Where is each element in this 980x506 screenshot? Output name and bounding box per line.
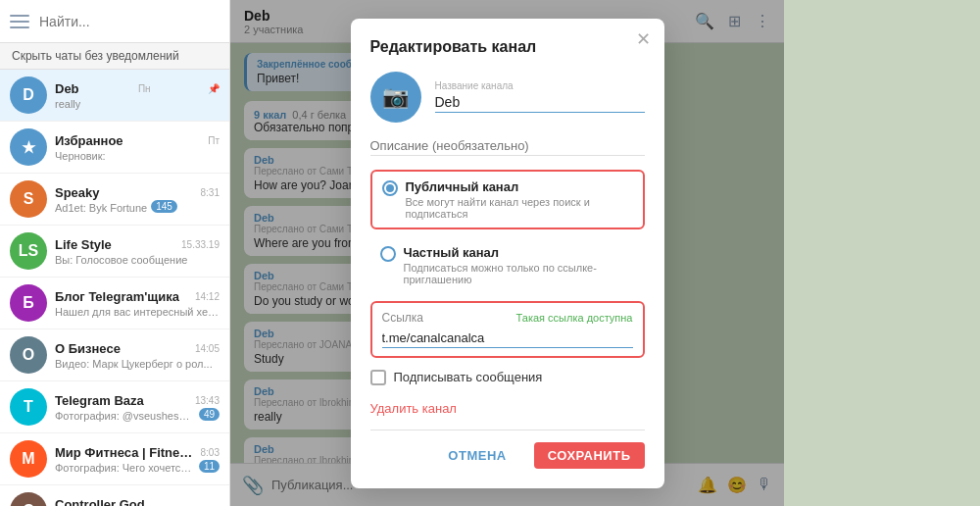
sign-messages-row[interactable]: Подписывать сообщения [370,370,645,385]
chat-list: DDebПн📌really★ИзбранноеПтЧерновик:SSpeak… [0,70,229,506]
modal-avatar-row: 📷 Название канала [370,72,645,123]
chat-time: 14:12 [195,291,220,302]
chat-badge: 11 [199,460,220,473]
avatar: ★ [10,128,47,166]
private-channel-label: Частный канал [404,245,635,260]
hamburger-icon[interactable] [10,15,29,28]
chat-preview: Фотография: Чего хочется ваше... [55,462,195,474]
chat-name: Избранное [55,133,123,148]
modal-title: Редактировать канал [370,38,645,56]
link-input[interactable] [382,330,633,348]
chat-preview: Видео: Марк Цукерберг о рол... [55,358,213,370]
search-input[interactable] [39,14,220,29]
main-area: Deb 2 участника 🔍 ⊞ ⋮ Закреплённое сообщ… [230,0,784,506]
chat-info: Telegram Baza13:43Фотография: @vseushesk… [55,393,220,422]
chat-info: Speaky8:31Ad1et: Byk Fortune145 [55,185,220,214]
modal-overlay: Редактировать канал ✕ 📷 Название канала [230,0,784,506]
public-radio[interactable] [382,180,398,196]
chat-info: Мир Фитнеса | FitnessRU8:03Фотография: Ч… [55,445,220,474]
chat-item[interactable]: SSpeaky8:31Ad1et: Byk Fortune145 [0,174,229,226]
chat-time: 8:31 [201,187,220,198]
chat-info: Controller GodФотография: В @secretship,… [55,497,220,507]
public-channel-text: Публичный канал Все могут найти канал че… [406,179,633,220]
private-channel-text: Частный канал Подписаться можно только п… [404,245,635,285]
chat-name: Блог Telegram'щика [55,289,179,304]
chat-name: Telegram Baza [55,393,144,408]
private-channel-option[interactable]: Частный канал Подписаться можно только п… [370,237,645,293]
link-section: Ссылка Такая ссылка доступна [370,301,645,358]
chat-info: Life Style15.33.19Вы: Голосовое сообщени… [55,237,220,266]
avatar: S [10,180,47,218]
avatar: T [10,388,47,426]
sign-messages-label: Подписывать сообщения [394,370,543,384]
sidebar-header [0,0,229,43]
modal-avatar[interactable]: 📷 [370,72,421,123]
right-panel [784,0,980,506]
chat-time: Пн [138,83,151,94]
chat-badge: 49 [199,408,220,421]
chat-name: Controller God [55,497,145,507]
modal-buttons: ОТМЕНА СОХРАНИТЬ [370,430,645,469]
chat-item[interactable]: ММир Фитнеса | FitnessRU8:03Фотография: … [0,433,229,485]
channel-name-input[interactable] [435,94,645,113]
chat-item[interactable]: ОО Бизнесе14:05Видео: Марк Цукерберг о р… [0,329,229,381]
chat-name: Мир Фитнеса | FitnessRU [55,445,197,460]
chat-time: 8:03 [201,447,220,458]
chat-time: 13:43 [195,395,220,406]
chat-time: Пт [208,135,220,146]
chat-item[interactable]: CController GodФотография: В @secretship… [0,485,229,506]
public-channel-desc: Все могут найти канал через поиск и подп… [406,196,633,220]
chat-badge: 145 [151,200,177,213]
chat-preview: Нашел для вас интересный хейс... [55,306,220,318]
chat-info: О Бизнесе14:05Видео: Марк Цукерберг о ро… [55,341,220,370]
chat-preview: really [55,98,80,110]
edit-channel-modal: Редактировать канал ✕ 📷 Название канала [351,19,664,488]
public-channel-option[interactable]: Публичный канал Все могут найти канал че… [370,170,645,229]
avatar: М [10,440,47,478]
chat-preview: Вы: Голосовое сообщение [55,254,187,266]
avatar: D [10,76,47,114]
sidebar: Скрыть чаты без уведомлений DDebПн📌reall… [0,0,230,506]
chat-info: ИзбранноеПтЧерновик: [55,133,220,162]
chat-name: О Бизнесе [55,341,121,356]
camera-icon: 📷 [382,84,409,110]
private-radio[interactable] [380,246,396,262]
chat-item[interactable]: DDebПн📌really [0,70,229,122]
chat-time: 15.33.19 [181,239,220,250]
chat-preview: Черновик: [55,150,106,162]
avatar: C [10,492,47,506]
delete-channel-link[interactable]: Удалить канал [370,399,645,430]
chat-time: 14:05 [195,343,220,354]
chat-item[interactable]: ★ИзбранноеПтЧерновик: [0,122,229,174]
link-available-text: Такая ссылка доступна [516,312,633,324]
link-header: Ссылка Такая ссылка доступна [382,311,633,325]
cancel-button[interactable]: ОТМЕНА [440,442,514,469]
description-input[interactable] [370,138,645,156]
chat-info: DebПн📌really [55,81,220,110]
sidebar-filter-row: Скрыть чаты без уведомлений [0,43,229,70]
modal-channel-name-field: Название канала [435,80,645,113]
chat-name: Speaky [55,185,100,200]
chat-name: Life Style [55,237,112,252]
chat-item[interactable]: ББлог Telegram'щика14:12Нашел для вас ин… [0,278,229,329]
avatar: LS [10,232,47,270]
save-button[interactable]: СОХРАНИТЬ [534,442,645,469]
private-channel-desc: Подписаться можно только по ссылке-пригл… [404,262,635,285]
avatar: О [10,336,47,374]
chat-name: Deb [55,81,79,96]
chat-preview: Ad1et: Byk Fortune [55,202,147,214]
chat-preview: Фотография: @vseusheskazano... [55,410,195,422]
channel-name-label: Название канала [435,80,645,91]
chat-item[interactable]: LSLife Style15.33.19Вы: Голосовое сообще… [0,226,229,278]
chat-info: Блог Telegram'щика14:12Нашел для вас инт… [55,289,220,318]
modal-description-row [370,136,645,156]
link-label: Ссылка [382,311,423,325]
avatar: Б [10,284,47,322]
sign-messages-checkbox[interactable] [370,370,386,385]
public-channel-label: Публичный канал [406,179,633,194]
modal-close-button[interactable]: ✕ [636,30,651,48]
pin-icon: 📌 [208,83,220,94]
chat-item[interactable]: TTelegram Baza13:43Фотография: @vseushes… [0,381,229,433]
